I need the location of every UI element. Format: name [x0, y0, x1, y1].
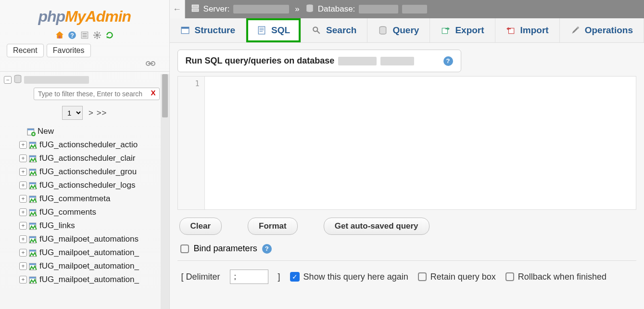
new-table-icon — [27, 127, 36, 136]
svg-rect-33 — [192, 5, 199, 8]
expand-icon[interactable]: + — [19, 195, 27, 203]
tab-import[interactable]: Import — [495, 18, 560, 42]
help-icon[interactable]: ? — [67, 30, 77, 40]
table-name: fUG_actionscheduler_logs — [39, 180, 135, 190]
tab-label: Query — [392, 25, 419, 36]
favorites-button[interactable]: Favorites — [47, 44, 91, 57]
expand-icon[interactable]: + — [19, 208, 27, 216]
database-name-redacted-1 — [359, 5, 398, 13]
back-button[interactable]: ← — [170, 0, 185, 18]
svg-point-39 — [313, 27, 317, 31]
svg-rect-9 — [27, 129, 34, 130]
checkbox-checked-icon[interactable]: ✓ — [290, 272, 300, 282]
db-tree-header[interactable]: − — [0, 71, 169, 85]
filter-clear-icon[interactable]: X — [151, 89, 156, 97]
expand-icon[interactable]: + — [19, 154, 27, 162]
table-row[interactable]: +fUG_mailpoet_automation_ — [4, 273, 169, 286]
expand-icon[interactable]: + — [19, 168, 27, 176]
table-name: fUG_commentmeta — [39, 194, 110, 204]
code-area[interactable] — [205, 77, 636, 209]
pager-next[interactable]: > >> — [88, 108, 107, 118]
database-name-redacted — [24, 76, 89, 84]
reload-icon[interactable] — [105, 30, 114, 40]
top-icons: ? — [0, 28, 169, 44]
table-row[interactable]: +fUG_actionscheduler_logs — [4, 179, 169, 192]
new-table[interactable]: New — [4, 125, 169, 138]
svg-rect-18 — [29, 182, 36, 184]
expand-icon[interactable]: + — [19, 141, 27, 149]
page-select[interactable]: 1 — [62, 106, 83, 120]
collapse-icon[interactable]: − — [4, 76, 12, 84]
tab-query[interactable]: Query — [367, 18, 430, 42]
help-icon[interactable]: ? — [443, 56, 453, 66]
svg-rect-14 — [29, 155, 36, 157]
sql-icon[interactable] — [80, 30, 89, 40]
tab-operations[interactable]: Operations — [560, 18, 644, 42]
line-gutter: 1 — [178, 77, 205, 209]
table-browse-icon — [29, 275, 38, 284]
rollback-checkbox[interactable] — [505, 272, 514, 281]
table-row[interactable]: +fUG_mailpoet_automations — [4, 232, 169, 246]
svg-rect-12 — [29, 142, 36, 143]
svg-rect-30 — [29, 263, 36, 265]
table-name: fUG_mailpoet_automation_ — [39, 248, 139, 258]
table-row[interactable]: +fUG_actionscheduler_actio — [4, 138, 169, 152]
home-icon[interactable] — [55, 30, 64, 40]
operations-icon — [570, 26, 580, 35]
autosaved-button[interactable]: Get auto-saved query — [324, 218, 429, 235]
svg-rect-0 — [59, 36, 61, 39]
logo-php: php — [38, 8, 65, 25]
tab-search[interactable]: Search — [301, 18, 367, 42]
delimiter-input[interactable] — [230, 270, 268, 284]
table-row[interactable]: +fUG_commentmeta — [4, 192, 169, 206]
query-icon — [378, 26, 388, 35]
settings-icon[interactable] — [92, 30, 102, 40]
svg-rect-28 — [29, 250, 36, 251]
tab-sql[interactable]: SQL — [246, 18, 301, 42]
db-name-redacted-2 — [380, 57, 414, 65]
svg-rect-34 — [192, 9, 199, 12]
recent-button[interactable]: Recent — [7, 44, 44, 57]
main: ← Server: » Database: Structure SQL — [170, 0, 644, 309]
server-name-redacted — [233, 5, 289, 13]
expand-icon[interactable]: + — [19, 222, 27, 230]
sql-editor[interactable]: 1 — [177, 76, 636, 210]
bind-checkbox[interactable] — [180, 245, 189, 253]
breadcrumb: ← Server: » Database: — [170, 0, 644, 18]
show-again-label: Show this query here again — [303, 272, 408, 282]
format-button[interactable]: Format — [248, 218, 298, 235]
table-row[interactable]: +fUG_actionscheduler_clair — [4, 152, 169, 165]
table-row[interactable]: +fUG_mailpoet_automation_ — [4, 246, 169, 259]
table-row[interactable]: +fUG_comments — [4, 206, 169, 219]
svg-rect-16 — [29, 169, 36, 170]
tab-label: Structure — [195, 25, 235, 36]
retain-option[interactable]: Retain query box — [418, 272, 496, 282]
rollback-label: Rollback when finished — [518, 272, 606, 282]
query-title-text: Run SQL query/queries on database — [186, 56, 335, 66]
expand-icon[interactable]: + — [19, 249, 27, 257]
expand-icon[interactable]: + — [19, 181, 27, 189]
table-row[interactable]: +fUG_links — [4, 219, 169, 232]
table-name: fUG_mailpoet_automation_ — [39, 275, 139, 284]
table-row[interactable]: +fUG_actionscheduler_grou — [4, 165, 169, 179]
clear-button[interactable]: Clear — [179, 218, 222, 235]
link-icon[interactable] — [145, 60, 156, 68]
query-options: [ Delimiter ] ✓ Show this query here aga… — [177, 261, 636, 293]
expand-icon[interactable]: + — [19, 276, 27, 283]
expand-icon[interactable]: + — [19, 235, 27, 243]
table-row[interactable]: +fUG_mailpoet_automation_ — [4, 259, 169, 273]
retain-label: Retain query box — [430, 272, 496, 282]
filter-input[interactable] — [34, 88, 160, 100]
show-again-option[interactable]: ✓ Show this query here again — [290, 272, 408, 282]
help-icon[interactable]: ? — [262, 244, 272, 254]
expand-icon[interactable]: + — [19, 262, 27, 270]
server-label: Server: — [203, 4, 230, 14]
rollback-option[interactable]: Rollback when finished — [505, 272, 606, 282]
retain-checkbox[interactable] — [418, 272, 427, 281]
tab-label: Search — [326, 25, 356, 36]
sidebar-scrollbar[interactable] — [161, 74, 169, 309]
table-browse-icon — [29, 261, 38, 271]
tab-structure[interactable]: Structure — [170, 18, 246, 42]
tab-export[interactable]: Export — [430, 18, 495, 42]
logo: phpMyAdmin — [0, 0, 169, 28]
